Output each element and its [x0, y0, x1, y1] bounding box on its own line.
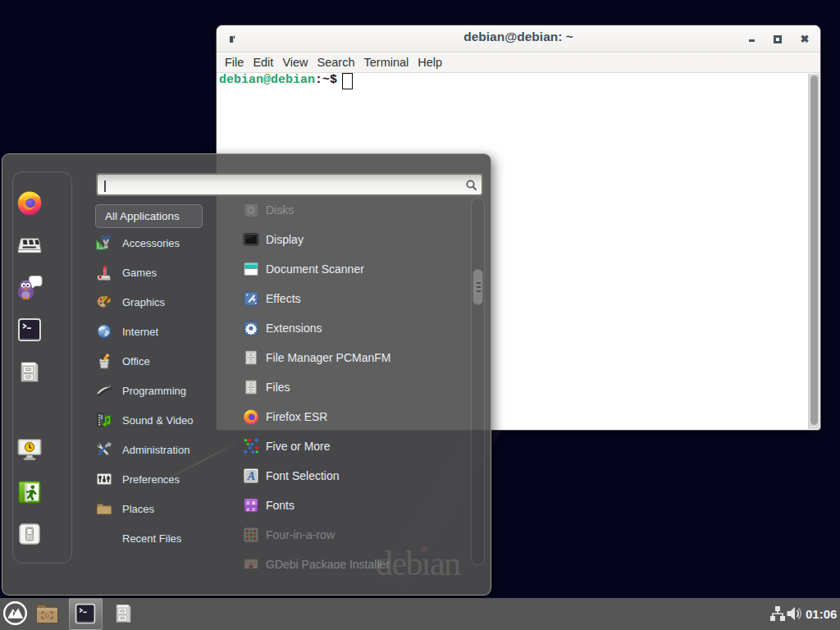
svg-text:A: A	[247, 470, 255, 482]
svg-text:D: D	[45, 612, 50, 619]
svg-text:a: a	[252, 505, 255, 513]
